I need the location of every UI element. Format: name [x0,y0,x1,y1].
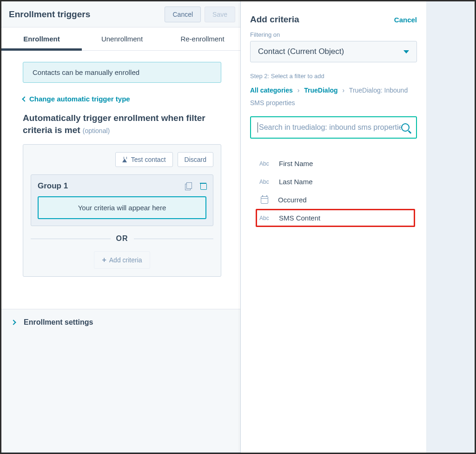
drawer-header: Add criteria Cancel [250,14,417,25]
property-label: SMS Content [279,214,320,222]
property-search-box[interactable] [250,116,417,139]
group-name-label: Group 1 [38,181,68,191]
drawer-title: Add criteria [250,14,299,25]
info-banner: Contacts can be manually enrolled [23,62,221,83]
divider-line-left [31,239,111,239]
crumb-all-categories[interactable]: All categories [250,87,293,94]
modal-title: Enrollment triggers [9,9,90,20]
group-icon-actions [185,183,206,189]
abc-type-icon: Abc [259,215,271,221]
trash-icon[interactable] [200,183,206,189]
discard-button[interactable]: Discard [178,152,213,167]
search-icon [401,123,410,132]
property-label: First Name [279,160,313,167]
criteria-placeholder-box[interactable]: Your criteria will appear here [38,196,206,219]
abc-type-icon: Abc [259,179,271,185]
auto-trigger-text: Automatically trigger enrollment when fi… [23,113,205,135]
property-item-sms-content[interactable]: Abc SMS Content [256,209,415,227]
enrollment-settings-label: Enrollment settings [24,318,93,327]
auto-trigger-optional: (optional) [83,127,110,134]
save-button[interactable]: Save [205,7,235,22]
text-cursor [258,122,258,133]
modal-header: Enrollment triggers Cancel Save [1,1,243,27]
filtering-on-dropdown[interactable]: Contact (Current Object) [250,41,417,62]
change-trigger-link[interactable]: Change automatic trigger type [23,95,221,103]
crumb-sep-2: › [343,87,345,94]
cancel-button[interactable]: Cancel [165,7,201,22]
property-list: Abc First Name Abc Last Name Occurred Ab… [250,154,417,227]
test-contact-button[interactable]: Test contact [115,152,173,167]
app-stage: Enrollment triggers Cancel Save Enrollme… [0,0,476,454]
divider-line-right [134,239,214,239]
property-item-last-name[interactable]: Abc Last Name [256,173,415,191]
property-label: Last Name [279,178,313,186]
tab-re-enrollment[interactable]: Re-enrollment [162,27,243,50]
property-item-occurred[interactable]: Occurred [256,191,415,209]
abc-type-icon: Abc [259,160,271,167]
drawer-cancel-link[interactable]: Cancel [394,16,417,24]
test-contact-label: Test contact [131,156,166,163]
property-label: Occurred [278,196,307,204]
enrollment-settings-row[interactable]: Enrollment settings [1,309,243,335]
chevron-down-icon [403,50,409,53]
plus-icon: + [102,256,106,264]
property-search-input[interactable] [259,123,401,132]
crumb-truedialog[interactable]: TrueDialog [304,87,337,94]
property-item-first-name[interactable]: Abc First Name [256,154,415,173]
modal-body: Contacts can be manually enrolled Change… [1,51,243,309]
dropdown-value: Contact (Current Object) [258,47,344,56]
tab-unenrollment[interactable]: Unenrollment [82,27,162,50]
breadcrumb: All categories › TrueDialog › TrueDialog… [250,84,417,109]
step-2-label: Step 2: Select a filter to add [250,73,417,80]
add-criteria-drawer: Add criteria Cancel Filtering on Contact… [240,1,426,453]
group-inner-card: Group 1 Your criteria will appear here [31,174,213,226]
add-criteria-label: Add criteria [109,256,142,264]
card-actions: Test contact Discard [31,152,213,167]
flask-icon [122,157,127,162]
tab-enrollment[interactable]: Enrollment [1,27,82,50]
copy-icon[interactable] [185,183,192,189]
drawer-inner: Add criteria Cancel Filtering on Contact… [241,1,426,227]
enrollment-modal: Enrollment triggers Cancel Save Enrollme… [1,1,243,453]
or-divider: OR [31,234,213,243]
chevron-right-icon [11,320,16,325]
group-header: Group 1 [38,181,206,191]
crumb-sep-1: › [298,87,300,94]
tab-bar: Enrollment Unenrollment Re-enrollment [1,27,243,51]
or-label: OR [116,234,128,243]
auto-trigger-heading: Automatically trigger enrollment when fi… [23,112,221,136]
chevron-left-icon [22,96,27,101]
change-trigger-label: Change automatic trigger type [29,95,130,103]
calendar-type-icon [261,196,268,204]
criteria-group-card: Test contact Discard Group 1 Your criter… [23,144,221,277]
add-criteria-button[interactable]: + Add criteria [94,251,150,269]
header-buttons: Cancel Save [165,7,235,22]
filtering-on-label: Filtering on [250,31,417,38]
